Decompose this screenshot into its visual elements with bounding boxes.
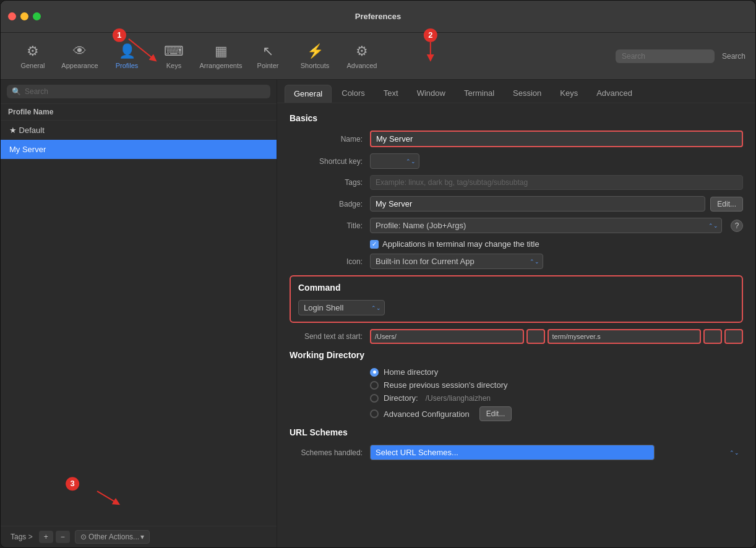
icon-row: Icon: Built-in Icon for Current App [290,254,743,269]
title-select[interactable]: Profile: Name (Job+Args) [370,218,722,233]
radio-directory[interactable] [370,394,379,403]
radio-advanced-label: Advanced Configuration [384,409,470,419]
toolbar-search-button[interactable]: Search [722,52,745,61]
title-control: Profile: Name (Job+Args) ? [370,218,743,233]
tab-window[interactable]: Window [408,85,454,103]
sidebar-search-placeholder: Search [25,87,48,96]
toolbar-item-general[interactable]: ⚙ General [11,38,55,75]
radio-reuse-row: Reuse previous session's directory [370,380,743,390]
send-text-row: Send text at start: /Users/ term/myserve… [290,329,743,344]
toolbar-search-area: Search [616,49,745,63]
radio-advanced-edit[interactable]: Edit... [479,406,512,421]
badge-input[interactable] [370,196,705,212]
schemes-select[interactable]: Select URL Schemes... [370,445,655,460]
toolbar-item-pointer[interactable]: ↖ Pointer [246,38,290,75]
toolbar-item-keys[interactable]: ⌨ Keys [152,38,196,75]
send-text-seg3[interactable]: term/myserver.s [548,329,702,344]
icon-select[interactable]: Built-in Icon for Current App [370,254,543,269]
radio-directory-row: Directory: /Users/lianghaizhen [370,393,743,403]
tab-text[interactable]: Text [375,85,407,103]
command-select[interactable]: Login Shell [298,300,385,315]
shortcut-select[interactable] [370,153,419,169]
pointer-icon: ↖ [262,43,273,59]
name-control [370,131,743,147]
toolbar-label-keys: Keys [166,62,181,69]
sidebar-item-default[interactable]: ★ Default [1,121,277,140]
badge-control: Edit... [370,196,743,212]
icon-label: Icon: [290,257,370,266]
radio-directory-value: /Users/lianghaizhen [426,394,491,403]
schemes-select-wrapper: Select URL Schemes... [370,445,743,460]
sidebar: 🔍 Search Profile Name ★ Default My Serve… [1,80,277,547]
schemes-label: Schemes handled: [290,448,370,457]
sidebar-list: ★ Default My Server [1,121,277,526]
send-text-input-group: /Users/ term/myserver.s [370,329,743,344]
sidebar-search-area: 🔍 Search [1,80,277,104]
other-actions-dropdown-arrow: ▾ [140,533,144,541]
sidebar-search-box[interactable]: 🔍 Search [7,85,270,98]
profiles-icon: 👤 [119,43,135,59]
shortcuts-icon: ⚡ [307,43,324,59]
minimize-button[interactable] [20,12,28,20]
radio-home[interactable] [370,368,379,377]
icon-control: Built-in Icon for Current App [370,254,743,269]
toolbar-item-profiles[interactable]: 👤 Profiles [105,38,149,75]
sidebar-header: Profile Name [1,104,277,121]
tab-general[interactable]: General [285,85,332,103]
radio-reuse[interactable] [370,381,379,390]
remove-profile-button[interactable]: − [56,531,70,543]
send-text-seg1[interactable]: /Users/ [370,329,524,344]
window-title: Preferences [355,12,401,21]
tab-advanced[interactable]: Advanced [588,85,641,103]
sidebar-column-name: Profile Name [8,108,53,116]
radio-home-label: Home directory [384,367,438,377]
tags-label: Tags: [290,178,370,187]
radio-home-row: Home directory [370,367,743,377]
tab-terminal[interactable]: Terminal [455,85,503,103]
other-actions-button[interactable]: ⊙ Other Actions... ▾ [75,530,150,544]
toolbar-item-appearance[interactable]: 👁 Appearance [58,38,102,75]
toolbar-search-input[interactable] [616,49,715,63]
badge-edit-button[interactable]: Edit... [710,197,743,212]
radio-directory-label: Directory: [384,393,418,403]
add-profile-button[interactable]: + [39,531,53,543]
title-change-checkbox[interactable]: ✓ [370,240,379,249]
advanced-icon: ⚙ [356,43,368,59]
url-section: URL Schemes Schemes handled: Select URL … [290,427,743,460]
tab-keys[interactable]: Keys [551,85,586,103]
schemes-row: Schemes handled: Select URL Schemes... [290,445,743,460]
fullscreen-button[interactable] [33,12,41,20]
title-select-wrapper: Profile: Name (Job+Args) [370,218,722,233]
radio-advanced-config[interactable] [370,409,379,418]
send-text-seg2[interactable] [526,329,545,344]
sidebar-item-myserver[interactable]: My Server [1,140,277,159]
radio-reuse-label: Reuse previous session's directory [384,380,507,390]
default-profile-label: ★ Default [9,126,45,135]
send-text-label: Send text at start: [290,332,370,341]
toolbar-label-shortcuts: Shortcuts [301,62,329,69]
form-area: Basics Name: Shortcut key: [277,103,755,547]
send-text-seg4[interactable] [703,329,722,344]
badge-label: Badge: [290,200,370,208]
close-button[interactable] [8,12,16,20]
title-row: Title: Profile: Name (Job+Args) ? [290,218,743,233]
tab-session[interactable]: Session [504,85,550,103]
name-input[interactable] [370,131,743,147]
tab-colors[interactable]: Colors [333,85,374,103]
keys-icon: ⌨ [164,43,184,59]
toolbar-item-shortcuts[interactable]: ⚡ Shortcuts [293,38,337,75]
toolbar-label-arrangements: Arrangements [199,62,242,69]
myserver-profile-label: My Server [9,145,46,154]
tags-button[interactable]: Tags > [7,531,37,543]
name-label: Name: [290,135,370,143]
toolbar-item-arrangements[interactable]: ▦ Arrangements [199,38,243,75]
command-section-title: Command [298,283,734,293]
appearance-icon: 👁 [73,43,87,59]
arrangements-icon: ▦ [215,43,228,59]
badge-row: Badge: Edit... [290,196,743,212]
title-help-button[interactable]: ? [731,220,743,232]
send-text-seg5[interactable] [724,329,743,344]
toolbar-item-advanced[interactable]: ⚙ Advanced [340,38,384,75]
tags-placeholder[interactable]: Example: linux, dark bg, tag/subtag/subs… [370,175,743,190]
other-actions-label: ⊙ Other Actions... [80,533,139,541]
